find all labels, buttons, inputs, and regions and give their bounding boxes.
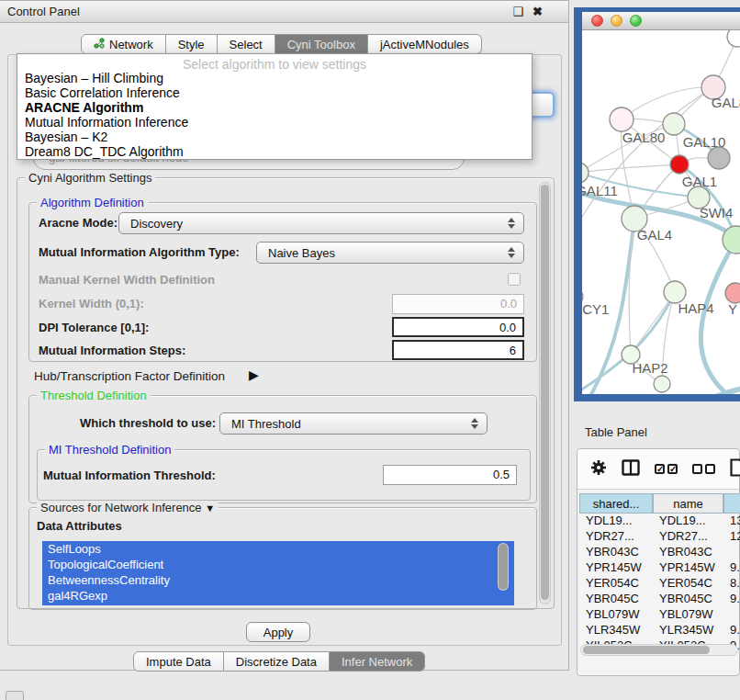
network-edge[interactable] [683,387,740,394]
deselect-all-checkboxes-icon[interactable] [692,464,715,474]
table-cell[interactable]: 12 [723,529,740,545]
mi-algorithm-type-combobox[interactable]: Naive Bayes [256,242,524,264]
zoom-window-icon[interactable] [630,15,642,27]
algorithm-option[interactable]: Bayesian – K2 [17,130,532,144]
table-cell[interactable]: YPR145W [579,560,653,576]
aracne-mode-combobox[interactable]: Discovery [118,212,524,234]
table-cell[interactable] [723,607,740,623]
table-cell[interactable]: YDL19... [653,514,723,529]
algorithm-option[interactable]: ARACNE Algorithm [17,100,532,115]
close-panel-icon[interactable]: ✖ [533,6,543,17]
table-cell[interactable]: 13 [723,514,740,529]
data-attributes-list[interactable]: SelfLoopsTopologicalCoefficientBetweenne… [42,541,514,605]
table-header-row[interactable]: shared...name [579,493,740,514]
algorithm-option[interactable]: Dream8 DC_TDC Algorithm [17,144,532,159]
table-row[interactable]: YDR27...YDR27...12 [579,529,740,545]
select-all-checkboxes-icon[interactable]: ✓✓ [655,464,678,474]
dpi-tolerance-field[interactable]: 0.0 [392,317,524,337]
mi-threshold-field[interactable]: 0.5 [383,465,517,485]
table-row[interactable]: YBR045CYBR045C9. [579,592,740,607]
tab-style[interactable]: Style [166,34,218,54]
node-table[interactable]: shared...name YDL19...YDL19...13YDR27...… [579,493,740,654]
table-cell[interactable]: YDL19... [579,514,653,529]
table-column-header[interactable]: name [653,493,723,514]
table-cell[interactable] [723,545,740,560]
network-node[interactable] [663,113,685,135]
which-threshold-combobox[interactable]: MI Threshold [219,412,488,435]
float-panel-icon[interactable]: ❑ [512,6,523,17]
table-cell[interactable]: 9. [723,623,740,638]
data-attribute-item[interactable]: BetweennessCentrality [42,572,514,588]
table-cell[interactable]: YDR27... [653,529,723,545]
table-cell[interactable]: YBR043C [653,545,723,560]
table-column-header[interactable]: shared... [579,493,653,514]
manual-kernel-width-checkbox[interactable] [508,273,521,286]
table-row[interactable]: YBL079WYBL079W [579,607,740,623]
network-window-titlebar[interactable] [582,12,740,30]
collapse-arrow-icon[interactable]: ▼ [205,502,215,514]
table-cell[interactable]: YBL079W [653,607,723,623]
mi-steps-field[interactable]: 6 [392,340,524,360]
table-cell[interactable]: 9. [723,592,740,607]
settings-scrollbar[interactable] [539,182,551,604]
tab-jactivemnodules[interactable]: jActiveMNodules [368,34,482,54]
tab-select[interactable]: Select [218,34,275,54]
tab-infer-network[interactable]: Infer Network [330,651,425,672]
table-row[interactable]: YER054CYER054C8. [579,576,740,592]
settings-scrollbar-thumb[interactable] [541,185,549,600]
kernel-width-field[interactable]: 0.0 [392,294,524,314]
tab-impute-data[interactable]: Impute Data [133,651,224,672]
algorithm-option[interactable]: Basic Correlation Inference [17,85,532,100]
table-cell[interactable]: YPR145W [653,560,723,576]
algorithm-option[interactable]: Bayesian – Hill Climbing [17,71,532,85]
gear-icon[interactable] [590,459,607,480]
table-cell[interactable]: 9. [723,560,740,576]
table-cell[interactable]: YBR045C [579,592,653,607]
minimize-window-icon[interactable] [611,15,622,27]
table-cell[interactable]: 8. [723,576,740,592]
table-row[interactable]: YDL19...YDL19...13 [579,514,740,529]
tab-network[interactable]: Network [81,34,166,54]
network-node[interactable] [654,376,670,392]
cyni-algorithm-settings-group: Cyni Algorithm Settings Algorithm Defini… [17,177,555,609]
table-row[interactable]: YBR043CYBR043C [579,545,740,560]
table-horizontal-scrollbar[interactable] [580,644,738,656]
data-attribute-item[interactable]: TopologicalCoefficient [42,557,514,572]
table-cell[interactable]: YLR345W [653,623,723,638]
minimized-panel-icon[interactable] [6,691,24,700]
tab-cyni-toolbox[interactable]: Cyni Toolbox [275,34,368,54]
table-row[interactable]: YLR345WYLR345W9. [579,623,740,638]
table-cell[interactable]: YER054C [579,576,653,592]
network-node[interactable] [708,147,730,169]
apply-button[interactable]: Apply [246,622,310,642]
table-cell[interactable]: YDR27... [579,529,653,545]
network-view-window[interactable]: GAL8GAL80GAL10GAL1GAL11SWI4GAL4GCY1HAP4Y… [574,7,740,401]
table-row[interactable]: YPR145WYPR145W9. [579,560,740,576]
table-cell[interactable]: YBR043C [579,545,653,560]
expand-arrow-icon[interactable]: ▶ [249,367,259,382]
table-cell[interactable]: YBL079W [579,607,653,623]
algorithm-option[interactable]: Mutual Information Inference [17,115,532,130]
table-cell[interactable]: YBR045C [653,592,723,607]
data-attribute-item[interactable]: gal4RGexp [42,588,514,604]
network-node[interactable] [670,155,689,174]
hub-definition-label[interactable]: Hub/Transcription Factor Definition [34,369,225,383]
network-node[interactable] [725,283,740,303]
table-scrollbar-thumb[interactable] [583,646,710,654]
attributes-scrollbar-thumb[interactable] [499,544,508,590]
network-edge[interactable] [582,164,679,173]
table-column-header[interactable] [723,493,740,514]
data-attribute-item[interactable]: SelfLoops [42,541,514,557]
table-cell[interactable]: YLR345W [579,623,653,638]
split-columns-icon[interactable] [622,459,640,480]
network-node[interactable] [727,30,740,47]
tab-discretize-data[interactable]: Discretize Data [224,651,330,672]
network-canvas[interactable]: GAL8GAL80GAL10GAL1GAL11SWI4GAL4GCY1HAP4Y… [582,30,740,394]
network-node[interactable] [610,107,633,131]
network-edge[interactable] [701,240,738,394]
new-table-icon[interactable] [730,458,740,480]
attributes-scrollbar[interactable] [498,543,509,591]
network-node[interactable] [582,163,589,183]
table-cell[interactable]: YER054C [653,576,723,592]
close-window-icon[interactable] [591,15,603,27]
